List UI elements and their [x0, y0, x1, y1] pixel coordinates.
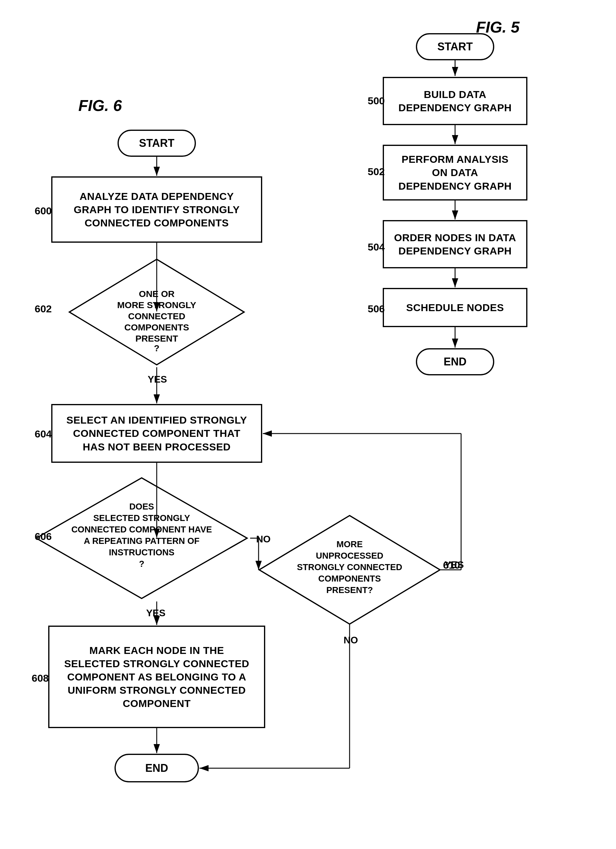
- svg-text:COMPONENTS: COMPONENTS: [124, 322, 189, 332]
- fig6-610-no: NO: [344, 635, 358, 646]
- fig5-box-506: SCHEDULE NODES: [383, 288, 527, 327]
- fig6-label: FIG. 6: [78, 97, 122, 115]
- fig6-box-604: SELECT AN IDENTIFIED STRONGLYCONNECTED C…: [51, 404, 262, 463]
- fig6-602-num: 602: [35, 303, 52, 315]
- fig6-608-num: 608: [32, 672, 49, 684]
- fig5-504-text: ORDER NODES IN DATADEPENDENCY GRAPH: [394, 231, 516, 258]
- svg-text:MORE: MORE: [337, 539, 363, 549]
- fig6-606-num: 606: [35, 531, 52, 542]
- fig5-box-502: PERFORM ANALYSISON DATADEPENDENCY GRAPH: [383, 145, 527, 201]
- fig6-608-text: MARK EACH NODE IN THESELECTED STRONGLY C…: [64, 644, 249, 710]
- svg-text:?: ?: [154, 343, 159, 353]
- svg-text:STRONGLY CONNECTED: STRONGLY CONNECTED: [297, 562, 402, 572]
- fig5-504-num: 504: [368, 241, 385, 253]
- svg-text:UNPROCESSED: UNPROCESSED: [316, 551, 383, 560]
- fig6-610-yes: YES: [445, 559, 464, 570]
- fig6-box-608: MARK EACH NODE IN THESELECTED STRONGLY C…: [48, 626, 265, 728]
- fig6-604-num: 604: [35, 428, 52, 440]
- svg-text:COMPONENTS: COMPONENTS: [318, 574, 381, 583]
- svg-text:ONE OR: ONE OR: [139, 289, 175, 299]
- fig5-500-text: BUILD DATADEPENDENCY GRAPH: [399, 88, 512, 114]
- svg-text:CONNECTED COMPONENT HAVE: CONNECTED COMPONENT HAVE: [71, 524, 212, 534]
- fig6-box-600: ANALYZE DATA DEPENDENCYGRAPH TO IDENTIFY…: [51, 176, 262, 243]
- fig6-end-label: END: [145, 762, 168, 775]
- fig6-606-yes: YES: [146, 608, 165, 619]
- fig6-604-text: SELECT AN IDENTIFIED STRONGLYCONNECTED C…: [66, 413, 247, 453]
- fig6-600-num: 600: [35, 205, 52, 217]
- svg-text:?: ?: [139, 559, 144, 569]
- fig5-end-oval: END: [416, 348, 494, 375]
- svg-text:SELECTED STRONGLY: SELECTED STRONGLY: [93, 513, 190, 523]
- fig6-diamond-602: ONE OR MORE STRONGLY CONNECTED COMPONENT…: [66, 256, 247, 368]
- fig5-502-num: 502: [368, 166, 385, 177]
- svg-text:PRESENT?: PRESENT?: [326, 585, 373, 595]
- page: FIG. 5 FIG. 6 START BUILD DATADEPENDENCY…: [0, 0, 616, 849]
- fig6-start-label: START: [139, 137, 174, 149]
- fig5-start-oval: START: [416, 33, 494, 60]
- fig6-start-oval: START: [118, 130, 196, 157]
- fig5-506-text: SCHEDULE NODES: [406, 301, 504, 314]
- fig5-box-504: ORDER NODES IN DATADEPENDENCY GRAPH: [383, 220, 527, 268]
- fig5-500-num: 500: [368, 95, 385, 107]
- svg-text:DOES: DOES: [129, 502, 154, 511]
- fig5-502-text: PERFORM ANALYSISON DATADEPENDENCY GRAPH: [399, 153, 512, 193]
- fig6-diamond-610: MORE UNPROCESSED STRONGLY CONNECTED COMP…: [256, 512, 443, 627]
- fig5-506-num: 506: [368, 303, 385, 315]
- svg-text:A REPEATING PATTERN OF: A REPEATING PATTERN OF: [84, 536, 199, 546]
- fig6-end-oval: END: [115, 754, 199, 782]
- fig6-diamond-606: DOES SELECTED STRONGLY CONNECTED COMPONE…: [33, 475, 250, 602]
- fig5-box-500: BUILD DATADEPENDENCY GRAPH: [383, 77, 527, 125]
- fig6-600-text: ANALYZE DATA DEPENDENCYGRAPH TO IDENTIFY…: [74, 190, 240, 230]
- svg-text:MORE STRONGLY: MORE STRONGLY: [117, 300, 196, 310]
- fig5-end-label: END: [443, 356, 467, 368]
- svg-text:INSTRUCTIONS: INSTRUCTIONS: [109, 548, 174, 557]
- svg-text:PRESENT: PRESENT: [135, 334, 178, 343]
- fig5-start-label: START: [437, 40, 473, 53]
- svg-text:CONNECTED: CONNECTED: [128, 311, 185, 321]
- fig6-602-yes: YES: [148, 374, 167, 385]
